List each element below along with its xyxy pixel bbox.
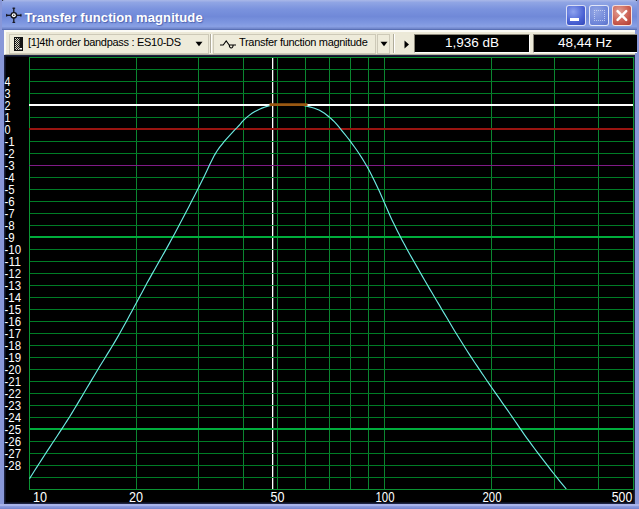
svg-text:10: 10 bbox=[33, 489, 47, 505]
svg-text:20: 20 bbox=[129, 489, 143, 505]
svg-text:50: 50 bbox=[271, 489, 285, 505]
svg-text:-28: -28 bbox=[5, 459, 22, 473]
svg-text:500: 500 bbox=[612, 489, 633, 505]
svg-text:100: 100 bbox=[376, 489, 395, 505]
svg-text:200: 200 bbox=[483, 489, 502, 505]
